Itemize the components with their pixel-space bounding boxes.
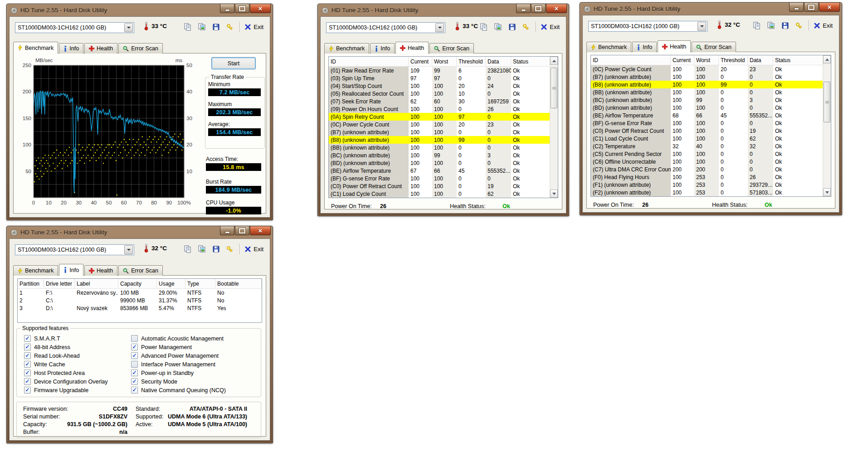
col-drive-letter[interactable]: Drive letter [44, 279, 75, 288]
drive-select[interactable]: ST1000DM003-1CH162 (1000 GB) [326, 22, 445, 33]
scroll-down-button[interactable] [550, 190, 558, 198]
col-bootable[interactable]: Bootable [215, 279, 262, 288]
copy-image-button[interactable] [766, 21, 775, 30]
tab-benchmark[interactable]: Benchmark [13, 42, 58, 53]
save-button[interactable] [507, 22, 517, 31]
minimize-button[interactable] [789, 3, 804, 12]
smart-attribute-row[interactable]: (C1) Load Cycle Count100100062Ok [591, 135, 831, 142]
checkbox[interactable] [131, 369, 138, 376]
tab-health[interactable]: Health [84, 265, 117, 276]
checkbox[interactable] [24, 352, 31, 359]
checkbox[interactable] [131, 361, 138, 368]
copy-image-button[interactable] [197, 244, 206, 253]
options-button[interactable] [522, 22, 531, 31]
col-label[interactable]: Label [75, 279, 118, 288]
checkbox[interactable] [24, 369, 31, 376]
smart-attribute-row[interactable]: (07) Seek Error Rate6260301697259Ok [329, 97, 558, 105]
smart-attribute-row[interactable]: (01) Raw Read Error Rate10999623821080Ok [329, 67, 558, 74]
list-header[interactable]: ID Current Worst Threshold Data Status [329, 57, 558, 67]
drive-select[interactable]: ST1000DM003-1CH162 (1000 GB) [15, 244, 134, 255]
checkbox[interactable] [24, 361, 31, 368]
tab-error-scan[interactable]: Error Scan [118, 43, 163, 53]
options-button[interactable] [225, 22, 234, 31]
scroll-up-button[interactable] [550, 57, 558, 65]
col-worst[interactable]: Worst [694, 55, 719, 65]
list-header[interactable]: ID Current Worst Threshold Data Status [591, 55, 831, 65]
close-button[interactable]: × [250, 226, 271, 235]
col-data[interactable]: Data [486, 57, 511, 66]
exit-button[interactable]: Exit [245, 24, 263, 30]
checkbox[interactable] [131, 352, 138, 359]
scroll-down-button[interactable] [823, 188, 831, 196]
col-worst[interactable]: Worst [432, 57, 457, 66]
scroll-up-button[interactable] [823, 55, 831, 63]
smart-attribute-row[interactable]: (04) Start/Stop Count1001002024Ok [329, 82, 558, 90]
close-button[interactable]: × [819, 3, 840, 12]
scroll-thumb[interactable] [824, 82, 830, 122]
scroll-thumb[interactable] [551, 68, 557, 108]
smart-attribute-row[interactable]: (C2) Temperature3240032Ok [591, 142, 831, 150]
smart-attribute-row[interactable]: (C0) Power Off Retract Count100100019Ok [591, 127, 831, 135]
tab-benchmark[interactable]: Benchmark [13, 265, 58, 276]
tab-error-scan[interactable]: Error Scan [118, 265, 163, 276]
smart-attribute-row[interactable]: (BB) (unknown attribute)10010000Ok [329, 144, 558, 151]
checkbox[interactable] [131, 387, 138, 394]
smart-attribute-row[interactable]: (0C) Power Cycle Count1001002023Ok [329, 121, 558, 128]
save-button[interactable] [780, 21, 790, 30]
col-current[interactable]: Current [409, 57, 432, 66]
partition-row[interactable]: 1F:\Rezervováno sy...100 MB29.00%NTFSNo [18, 289, 262, 296]
minimize-button[interactable] [516, 4, 531, 13]
minimize-button[interactable] [220, 226, 234, 235]
col-id[interactable]: ID [591, 55, 671, 65]
smart-attribute-row[interactable]: (B8) (unknown attribute)100100990Ok [329, 136, 558, 144]
start-button[interactable]: Start [211, 57, 256, 69]
tab-benchmark[interactable]: Benchmark [586, 42, 631, 52]
smart-attribute-row[interactable]: (C5) Current Pending Sector10010000Ok [591, 150, 831, 158]
copy-text-button[interactable] [479, 22, 488, 31]
tab-benchmark[interactable]: Benchmark [324, 43, 369, 53]
list-header[interactable]: Partition Drive letter Label Capacity Us… [18, 279, 262, 289]
tab-error-scan[interactable]: Error Scan [692, 42, 736, 52]
tab-health[interactable]: Health [84, 43, 117, 53]
smart-attribute-row[interactable]: (BF) G-sense Error Rate10010000Ok [591, 119, 831, 127]
col-capacity[interactable]: Capacity [118, 279, 157, 288]
smart-attribute-row[interactable]: (BF) G-sense Error Rate10010000Ok [329, 175, 558, 182]
smart-attribute-row[interactable]: (C0) Power Off Retract Count100100019Ok [329, 182, 558, 190]
checkbox[interactable] [24, 378, 31, 385]
checkbox[interactable] [131, 344, 138, 350]
copy-text-button[interactable] [752, 21, 761, 30]
smart-attribute-row[interactable]: (0C) Power Cycle Count1001002023Ok [591, 65, 831, 73]
smart-attribute-row[interactable]: (BD) (unknown attribute)10010000Ok [591, 104, 831, 112]
col-type[interactable]: Type [185, 279, 215, 288]
options-button[interactable] [795, 21, 804, 30]
exit-button[interactable]: Exit [814, 22, 833, 29]
smart-attribute-row[interactable]: (03) Spin Up Time979700Ok [329, 74, 558, 82]
smart-attribute-row[interactable]: (B8) (unknown attribute)100100990Ok [591, 81, 831, 88]
drive-select[interactable]: ST1000DM003-1CH162 (1000 GB) [588, 21, 707, 32]
copy-text-button[interactable] [183, 22, 192, 31]
exit-button[interactable]: Exit [541, 24, 560, 30]
maximize-button[interactable] [804, 3, 819, 12]
exit-button[interactable]: Exit [245, 246, 263, 253]
col-id[interactable]: ID [329, 57, 409, 66]
smart-attribute-row[interactable]: (F0) Head Flying Hours100253026Ok [591, 173, 831, 181]
copy-text-button[interactable] [183, 244, 192, 253]
smart-attribute-row[interactable]: (C6) Offline Uncorrectable10010000Ok [591, 158, 831, 165]
tab-info[interactable]: Info [59, 43, 83, 53]
titlebar[interactable]: HD Tune 2.55 - Hard Disk Utility × [318, 4, 569, 16]
titlebar[interactable]: HD Tune 2.55 - Hard Disk Utility × [7, 226, 273, 238]
smart-attribute-row[interactable]: (B7) (unknown attribute)10010000Ok [329, 128, 558, 136]
drive-select[interactable]: ST1000DM003-1CH162 (1000 GB) [15, 22, 134, 33]
col-data[interactable]: Data [748, 55, 773, 65]
smart-attribute-row[interactable]: (BB) (unknown attribute)10010000Ok [591, 88, 831, 96]
col-partition[interactable]: Partition [18, 279, 44, 288]
checkbox[interactable] [24, 344, 31, 350]
checkbox[interactable] [24, 387, 31, 394]
combo-arrow[interactable] [124, 23, 133, 32]
smart-attribute-row[interactable]: (C1) Load Cycle Count100100062Ok [329, 190, 558, 198]
tab-health[interactable]: Health [658, 40, 691, 52]
smart-attribute-row[interactable]: (0A) Spin Retry Count100100970Ok [329, 113, 558, 121]
partition-row[interactable]: 2C:\99900 MB31.37%NTFSNo [18, 296, 262, 304]
close-button[interactable]: × [546, 4, 567, 13]
titlebar[interactable]: HD Tune 2.55 - Hard Disk Utility × [580, 3, 842, 15]
